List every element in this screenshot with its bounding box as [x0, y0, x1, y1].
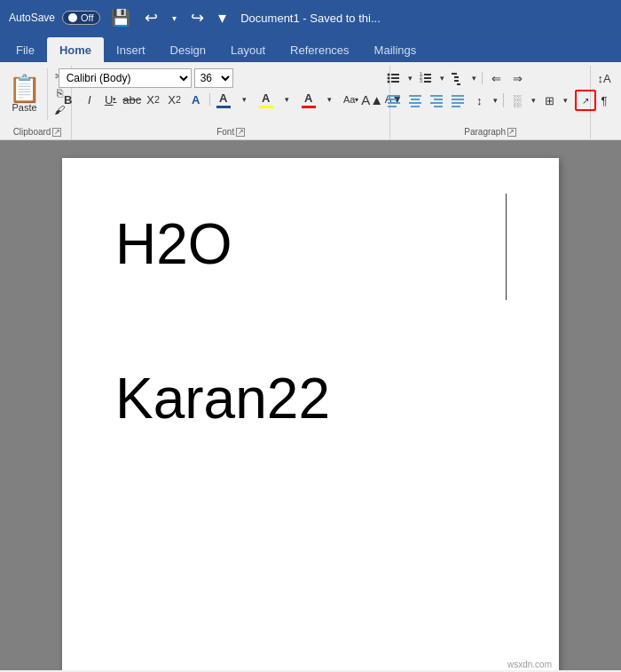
font-color-button[interactable]: A	[214, 90, 233, 109]
line-spacing-dropdown[interactable]: ▾	[491, 91, 499, 110]
borders-dropdown[interactable]: ▾	[561, 91, 570, 110]
multilevel-button[interactable]	[448, 68, 468, 88]
tab-insert[interactable]: Insert	[104, 37, 158, 62]
quick-access-icon[interactable]: ▾	[215, 6, 230, 29]
svg-rect-7	[424, 74, 431, 75]
para-row-2: ↕ ▾ ░ ▾ ⊞ ▾ ↗	[384, 90, 596, 111]
svg-rect-11	[424, 81, 431, 83]
grow-font-button[interactable]: A▲	[363, 90, 382, 109]
subscript-button[interactable]: X2	[144, 90, 163, 109]
tab-file[interactable]: File	[4, 37, 47, 62]
svg-rect-5	[391, 81, 399, 83]
change-case-button[interactable]: Aa▾	[342, 90, 361, 109]
align-left-button[interactable]	[384, 91, 404, 110]
bullets-dropdown[interactable]: ▾	[405, 68, 414, 88]
numbering-button[interactable]: 1.2.3.	[416, 68, 436, 88]
toggle-circle	[68, 13, 77, 22]
autosave-toggle[interactable]: Off	[62, 11, 99, 25]
document-text-h2o: H2O	[115, 211, 506, 277]
indent-decrease-button[interactable]: ⇐	[486, 68, 506, 88]
paragraph-expand-icon[interactable]: ↗	[507, 128, 516, 137]
svg-rect-16	[388, 95, 400, 97]
svg-rect-25	[434, 99, 443, 100]
highlight-dropdown[interactable]: ▾	[278, 90, 297, 109]
align-right-button[interactable]	[427, 91, 446, 110]
bold-button[interactable]: B	[59, 90, 78, 109]
svg-rect-29	[452, 99, 464, 100]
font-group: Calibri (Body) 36 810121418244872 B I U …	[72, 66, 390, 139]
italic-button[interactable]: I	[80, 90, 99, 109]
line-spacing-button[interactable]: ↕	[469, 91, 489, 110]
title-bar: AutoSave Off 💾 ↩ ▾ ↪ ▾ Document1 - Saved…	[0, 0, 621, 36]
tab-references[interactable]: References	[278, 37, 361, 62]
text-color-button[interactable]: A	[299, 90, 318, 109]
font-expand-icon[interactable]: ↗	[236, 128, 245, 137]
undo-icon[interactable]: ↩	[141, 6, 161, 29]
strikethrough-button[interactable]: abc	[122, 90, 142, 109]
text-effects-button[interactable]: A	[186, 90, 206, 109]
svg-rect-28	[452, 95, 464, 97]
sort-button[interactable]: ↕A	[594, 68, 614, 88]
tab-design[interactable]: Design	[158, 37, 218, 62]
svg-rect-13	[454, 76, 459, 78]
font-controls-row: B I U ▾ abc X2 X2 A A ▾ A	[59, 90, 404, 109]
text-color-dropdown[interactable]: ▾	[320, 90, 340, 109]
numbering-dropdown[interactable]: ▾	[437, 68, 446, 88]
svg-rect-18	[388, 102, 400, 104]
svg-rect-27	[434, 106, 443, 107]
font-label: Font ↗	[216, 125, 245, 139]
font-color-dropdown[interactable]: ▾	[235, 90, 255, 109]
document-text-karan: Karan22	[115, 366, 506, 431]
document-area: H2O Karan22 wsxdn.com	[0, 140, 621, 670]
paragraph-expand-highlight[interactable]: ↗	[575, 90, 596, 111]
tab-mailings[interactable]: Mailings	[362, 37, 429, 62]
paragraph-expand-button[interactable]: ↗	[578, 92, 593, 108]
clipboard-label: Clipboard ↗	[13, 125, 62, 139]
document-page: H2O Karan22 wsxdn.com	[62, 158, 559, 670]
redo-icon[interactable]: ↪	[187, 6, 208, 29]
paste-icon: 📋	[8, 75, 41, 102]
clipboard-expand-icon[interactable]: ↗	[52, 128, 61, 137]
font-divider	[209, 93, 210, 106]
svg-rect-1	[391, 74, 399, 75]
highlight-color-button[interactable]: A	[256, 90, 276, 109]
svg-text:3.: 3.	[420, 78, 423, 83]
para-divider-1	[482, 72, 483, 84]
font-color-bar	[216, 106, 231, 108]
highlight-color-bar	[259, 106, 273, 108]
font-size-select[interactable]: 36 810121418244872	[194, 68, 233, 88]
svg-point-0	[388, 74, 390, 76]
svg-rect-23	[411, 106, 420, 107]
shading-dropdown[interactable]: ▾	[529, 91, 538, 110]
indent-increase-button[interactable]: ⇒	[507, 68, 527, 88]
show-paragraph-button[interactable]: ¶	[594, 91, 614, 110]
para-row-1: ▾ 1.2.3. ▾ ▾ ⇐ ⇒	[384, 68, 527, 88]
save-icon[interactable]: 💾	[107, 6, 134, 29]
superscript-button[interactable]: X2	[165, 90, 185, 109]
justify-button[interactable]	[448, 91, 468, 110]
tab-home[interactable]: Home	[47, 37, 104, 62]
paragraph-label: Paragraph ↗	[464, 125, 516, 139]
font-selectors: Calibri (Body) 36 810121418244872	[59, 68, 233, 88]
bullets-button[interactable]	[384, 68, 404, 88]
svg-rect-14	[454, 80, 459, 82]
paste-label: Paste	[12, 102, 36, 113]
tab-layout[interactable]: Layout	[218, 37, 278, 62]
underline-button[interactable]: U ▾	[101, 90, 121, 109]
font-name-select[interactable]: Calibri (Body)	[59, 68, 192, 88]
text-color-bar	[302, 106, 316, 108]
font-content: Calibri (Body) 36 810121418244872 B I U …	[59, 66, 404, 125]
shading-button[interactable]: ░	[507, 91, 527, 110]
borders-button[interactable]: ⊞	[539, 91, 559, 110]
svg-rect-24	[430, 95, 443, 97]
svg-rect-15	[457, 83, 460, 85]
undo-dropdown-icon[interactable]: ▾	[169, 12, 180, 25]
document-title: Document1 - Saved to thi...	[240, 12, 381, 25]
svg-rect-3	[391, 77, 399, 79]
multilevel-dropdown[interactable]: ▾	[469, 68, 478, 88]
ribbon: 📋 Paste ✂ ⎘ 🖌 Clipboard ↗ Calibri (Body)…	[0, 62, 621, 140]
paste-button[interactable]: 📋 Paste	[5, 68, 48, 120]
align-center-button[interactable]	[405, 91, 425, 110]
svg-rect-21	[411, 99, 420, 100]
svg-rect-19	[388, 106, 397, 107]
